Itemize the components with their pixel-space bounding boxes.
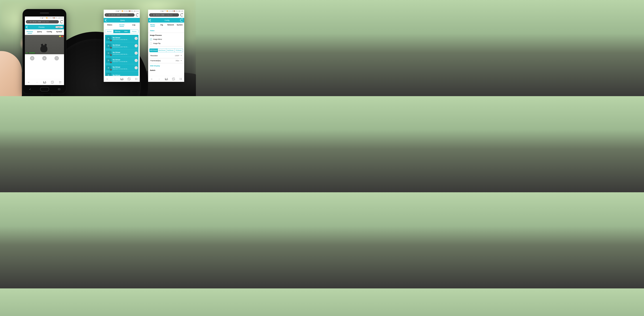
subtab-video[interactable]: Video: [122, 30, 130, 33]
address-bar[interactable]: ⓘ 192.168.60.1:8080/index.html: [26, 20, 59, 24]
tab-alg[interactable]: Alg: [157, 23, 166, 28]
reload-icon[interactable]: [180, 14, 183, 16]
calibrate-icon[interactable]: [30, 56, 34, 61]
address-bar[interactable]: ⓘ 192.168.60.1:8080/config.html: [149, 13, 179, 17]
list-item[interactable]: No Driver: [105, 72, 138, 76]
checkbox-icon: [150, 42, 152, 45]
tab-log[interactable]: Log: [128, 23, 140, 28]
status-time: 11:33: [60, 17, 63, 19]
hw-home-button[interactable]: [40, 87, 49, 91]
subtab-normal[interactable]: Normal: [105, 30, 114, 33]
video-overlay-text: DMS -0000000006: [26, 52, 36, 54]
back-icon[interactable]: [105, 19, 106, 22]
fullscreen-icon[interactable]: [54, 56, 59, 61]
field-value: 1080P: [175, 55, 179, 57]
url-bar-row: ⓘ 192.168.60.1:8080/config.html: [148, 13, 184, 18]
app-header: Preview English: [25, 25, 64, 29]
phone-screen-preview: HD ▣ ⁴ᴳ ⁴ᴳ 📶 0.9 M/s ✽ 🔕 96% ▢▮ 11:33 ⓘ …: [25, 17, 64, 85]
nav-forward-icon[interactable]: →: [113, 78, 116, 80]
nav-menu-icon[interactable]: [59, 81, 61, 83]
tab-network[interactable]: Network: [166, 23, 175, 28]
browser-nav: ← → 1: [104, 76, 140, 82]
back-icon[interactable]: [149, 19, 151, 22]
status-bar: HD ▣ ⁴ᴳ ⁴ᴳ 📶 376 B/s ✽ 🔕 95% ▢▮ 11:42: [104, 10, 140, 13]
download-icon[interactable]: [134, 52, 138, 55]
list-item[interactable]: No Driver 2023-02-08 11:39:55 ND 00:…: [105, 50, 138, 57]
query-tabs: Status record Log: [104, 23, 140, 28]
stream-tab-ahd[interactable]: AHD Stream: [150, 49, 158, 52]
nav-menu-icon[interactable]: [180, 78, 182, 80]
download-icon[interactable]: [134, 59, 138, 62]
video-indicators: [59, 36, 63, 37]
record-subtitle: 2023-02-08 11:40:42 ND 00:…: [113, 39, 133, 40]
tab-system[interactable]: System: [175, 23, 184, 28]
record-title: No Driver: [113, 74, 138, 76]
download-icon[interactable]: [134, 37, 138, 40]
nav-back-icon[interactable]: ←: [28, 81, 30, 84]
checkbox-image-mirror[interactable]: ✓ Image Mirror: [148, 38, 184, 42]
stream-tab-main[interactable]: MainStream: [158, 49, 166, 52]
subtab-picture[interactable]: Picture: [130, 30, 138, 33]
language-select[interactable]: English: [56, 26, 63, 28]
nav-home-icon[interactable]: [121, 78, 123, 80]
address-bar[interactable]: ⓘ 192.168.60.1:8080/query.html: [105, 13, 134, 17]
nav-tabs-icon[interactable]: 1: [172, 78, 175, 80]
nav-tabs-icon[interactable]: 1: [51, 81, 54, 84]
reload-icon[interactable]: [60, 20, 63, 23]
tab-preview[interactable]: Preview: [25, 29, 35, 35]
download-icon[interactable]: [134, 66, 138, 69]
record-thumb: [106, 51, 112, 55]
info-icon: ⓘ: [150, 14, 152, 16]
subtab-warning[interactable]: Warning: [114, 30, 122, 33]
nav-menu-icon[interactable]: [135, 78, 138, 80]
checkbox-image-flip[interactable]: Image Flip: [148, 42, 184, 46]
nav-back-icon[interactable]: ←: [106, 78, 108, 80]
list-item[interactable]: No Driver 2023-02-07 17:37:49 ND 00:…: [105, 57, 138, 64]
list-item[interactable]: No Driver 2023-02-08 11:40:27 ND 00:…: [105, 42, 138, 50]
page-title: Config: [151, 19, 183, 21]
video-preview[interactable]: DMS -0000000006: [25, 35, 64, 54]
page-title: Preview: [28, 26, 56, 28]
info-icon: ⓘ: [27, 21, 28, 23]
face-detect-icon[interactable]: [42, 56, 47, 61]
back-icon[interactable]: [26, 26, 28, 29]
record-text: No Driver 2023-02-08 11:39:55 ND 00:…: [113, 52, 133, 55]
nav-back-icon[interactable]: ←: [150, 78, 153, 80]
stream-tab-pic[interactable]: PicStream: [174, 49, 183, 52]
nav-tabs-icon[interactable]: 1: [128, 78, 130, 80]
refresh-icon[interactable]: [180, 19, 183, 22]
reload-icon[interactable]: [136, 14, 139, 16]
status-icons: HD ▣ ⁴ᴳ ⁴ᴳ 📶 1.8 K/s ✽ 🔕 94% ▢▮: [160, 11, 180, 12]
list-item[interactable]: No Driver 2023-02-08 11:40:42 ND 00:…: [105, 35, 138, 42]
record-thumb: [106, 73, 112, 76]
tab-query[interactable]: Query: [35, 29, 44, 35]
record-thumb: [106, 66, 112, 70]
nav-forward-icon[interactable]: →: [36, 81, 38, 84]
tab-record[interactable]: record: [116, 23, 128, 28]
hw-recent-icon[interactable]: [58, 88, 60, 90]
tab-media[interactable]: Media: [148, 23, 157, 28]
download-icon[interactable]: [134, 44, 138, 47]
resolution-select[interactable]: Resolution 1080P: [149, 53, 184, 58]
tab-system[interactable]: System: [54, 29, 64, 35]
hw-back-icon[interactable]: ⤶: [29, 88, 31, 91]
svg-point-5: [44, 58, 45, 58]
status-icons: HD ▣ ⁴ᴳ ⁴ᴳ 📶 0.9 M/s ✽ 🔕 96% ▢▮: [40, 17, 60, 19]
video-silhouette: [40, 45, 48, 52]
nav-forward-icon[interactable]: →: [158, 78, 160, 80]
record-subtitle: 2023-02-07 17:37:49 ND 00:…: [113, 61, 133, 62]
field-label: Resolution: [150, 55, 158, 57]
tab-status[interactable]: Status: [104, 23, 116, 28]
tab-config[interactable]: Config: [44, 29, 54, 35]
stream-tab-sub[interactable]: SubStream: [166, 49, 175, 52]
svg-point-0: [32, 58, 33, 59]
status-time: 11:42: [136, 11, 139, 12]
record-list-scroll[interactable]: No Driver 2023-02-08 11:40:42 ND 00:… No…: [104, 35, 140, 76]
record-text: No Driver 2023-02-07 17:31:34 ND 00:…: [113, 66, 133, 70]
url-host: 192.168.60.1:8080: [153, 14, 164, 16]
framerate-select[interactable]: Framerate(fps) 30fps: [149, 58, 184, 63]
nav-home-icon[interactable]: [44, 81, 46, 83]
group-image-process: Image Process: [148, 34, 184, 38]
list-item[interactable]: No Driver 2023-02-07 17:31:34 ND 00:…: [105, 64, 138, 72]
nav-home-icon[interactable]: [165, 78, 168, 80]
